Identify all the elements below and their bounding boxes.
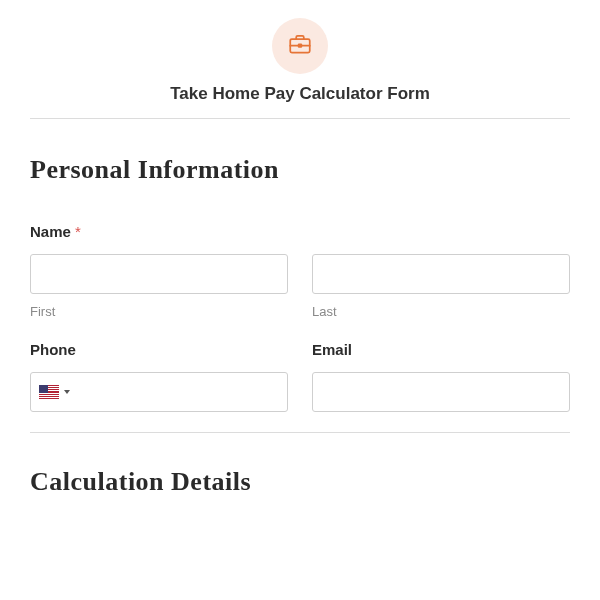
header-icon-circle [272, 18, 328, 74]
section-title-calculation: Calculation Details [30, 467, 570, 497]
chevron-down-icon[interactable] [64, 390, 70, 394]
required-marker: * [75, 223, 81, 240]
section-title-personal: Personal Information [30, 155, 570, 185]
phone-input-wrapper[interactable] [30, 372, 288, 412]
header-divider [30, 118, 570, 119]
first-name-sublabel: First [30, 304, 288, 319]
name-field-group: Name * First Last [30, 223, 570, 319]
name-label: Name * [30, 223, 570, 240]
phone-label: Phone [30, 341, 288, 358]
section-divider [30, 432, 570, 433]
briefcase-icon [287, 31, 313, 61]
email-label: Email [312, 341, 570, 358]
first-name-input[interactable] [30, 254, 288, 294]
name-label-text: Name [30, 223, 71, 240]
us-flag-icon [39, 385, 59, 399]
email-input[interactable] [312, 372, 570, 412]
form-title: Take Home Pay Calculator Form [30, 84, 570, 104]
form-header: Take Home Pay Calculator Form [30, 18, 570, 119]
last-name-sublabel: Last [312, 304, 570, 319]
last-name-input[interactable] [312, 254, 570, 294]
phone-input[interactable] [78, 373, 279, 411]
